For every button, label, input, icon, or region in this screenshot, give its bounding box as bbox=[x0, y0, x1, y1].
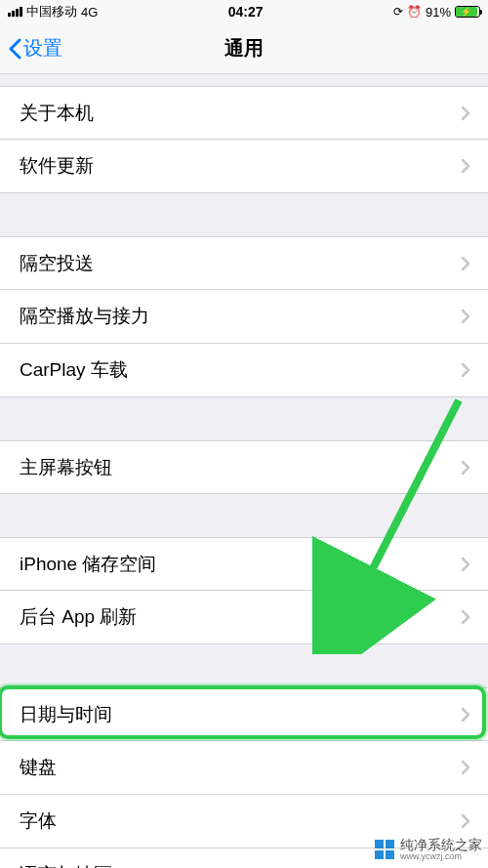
cell-background_refresh[interactable]: 后台 App 刷新 bbox=[0, 591, 488, 644]
battery-percent: 91% bbox=[426, 5, 451, 20]
cell-iphone_storage[interactable]: iPhone 储存空间 bbox=[0, 537, 488, 591]
cell-carplay[interactable]: CarPlay 车载 bbox=[0, 344, 488, 397]
status-icons: ⟳ ⏰ bbox=[393, 5, 422, 19]
cell-software_update[interactable]: 软件更新 bbox=[0, 140, 488, 193]
chevron-right-icon bbox=[461, 362, 470, 378]
cell-label: 日期与时间 bbox=[20, 702, 461, 727]
signal-icon bbox=[8, 7, 22, 17]
chevron-right-icon bbox=[461, 256, 470, 271]
status-time: 04:27 bbox=[228, 4, 264, 20]
chevron-right-icon bbox=[461, 105, 470, 121]
back-label: 设置 bbox=[23, 35, 62, 62]
chevron-right-icon bbox=[461, 309, 470, 324]
lock-rotation-icon: ⟳ bbox=[393, 5, 403, 19]
status-left: 中国移动 4G bbox=[8, 3, 98, 21]
chevron-right-icon bbox=[461, 609, 470, 625]
group-gap bbox=[0, 644, 488, 687]
cell-label: 语言与地区 bbox=[20, 862, 461, 868]
cell-label: 关于本机 bbox=[20, 101, 461, 126]
cell-label: 后台 App 刷新 bbox=[20, 604, 461, 630]
watermark: 纯净系统之家 www.ycwzj.com bbox=[375, 838, 482, 862]
chevron-left-icon bbox=[8, 38, 21, 60]
cell-home_button[interactable]: 主屏幕按钮 bbox=[0, 440, 488, 494]
watermark-subtitle: www.ycwzj.com bbox=[400, 852, 482, 862]
status-right: ⟳ ⏰ 91% ⚡ bbox=[393, 5, 480, 20]
group-gap bbox=[0, 397, 488, 440]
cell-keyboard[interactable]: 键盘 bbox=[0, 741, 488, 795]
chevron-right-icon bbox=[461, 158, 470, 174]
network-label: 4G bbox=[81, 5, 98, 20]
chevron-right-icon bbox=[461, 460, 470, 475]
chevron-right-icon bbox=[461, 813, 470, 829]
cell-label: CarPlay 车载 bbox=[20, 357, 461, 383]
settings-group: iPhone 储存空间后台 App 刷新 bbox=[0, 537, 488, 644]
back-button[interactable]: 设置 bbox=[0, 35, 62, 62]
settings-group: 关于本机软件更新 bbox=[0, 86, 488, 193]
battery-icon: ⚡ bbox=[455, 6, 480, 18]
cell-label: 键盘 bbox=[20, 755, 461, 780]
cell-label: 软件更新 bbox=[20, 153, 461, 179]
watermark-logo-icon bbox=[375, 840, 394, 859]
cell-label: 隔空投送 bbox=[20, 251, 461, 276]
page-title: 通用 bbox=[0, 35, 488, 62]
cell-label: iPhone 储存空间 bbox=[20, 552, 461, 577]
cell-date_time[interactable]: 日期与时间 bbox=[0, 687, 488, 741]
charging-icon: ⚡ bbox=[461, 8, 471, 17]
cell-label: 主屏幕按钮 bbox=[20, 455, 461, 480]
settings-list: 关于本机软件更新隔空投送隔空播放与接力CarPlay 车载主屏幕按钮iPhone… bbox=[0, 74, 488, 868]
settings-group: 隔空投送隔空播放与接力CarPlay 车载 bbox=[0, 236, 488, 397]
chevron-right-icon bbox=[461, 707, 470, 723]
cell-label: 字体 bbox=[20, 808, 461, 834]
watermark-title: 纯净系统之家 bbox=[400, 838, 482, 852]
alarm-icon: ⏰ bbox=[407, 5, 422, 19]
cell-airplay_handoff[interactable]: 隔空播放与接力 bbox=[0, 290, 488, 344]
chevron-right-icon bbox=[461, 557, 470, 572]
settings-group: 主屏幕按钮 bbox=[0, 440, 488, 494]
status-bar: 中国移动 4G 04:27 ⟳ ⏰ 91% ⚡ bbox=[0, 0, 488, 23]
carrier-label: 中国移动 bbox=[26, 3, 77, 21]
cell-label: 隔空播放与接力 bbox=[20, 304, 461, 329]
chevron-right-icon bbox=[461, 760, 470, 775]
group-gap bbox=[0, 193, 488, 236]
cell-about[interactable]: 关于本机 bbox=[0, 86, 488, 140]
cell-airdrop[interactable]: 隔空投送 bbox=[0, 236, 488, 290]
nav-bar: 设置 通用 bbox=[0, 23, 488, 74]
group-gap bbox=[0, 494, 488, 537]
